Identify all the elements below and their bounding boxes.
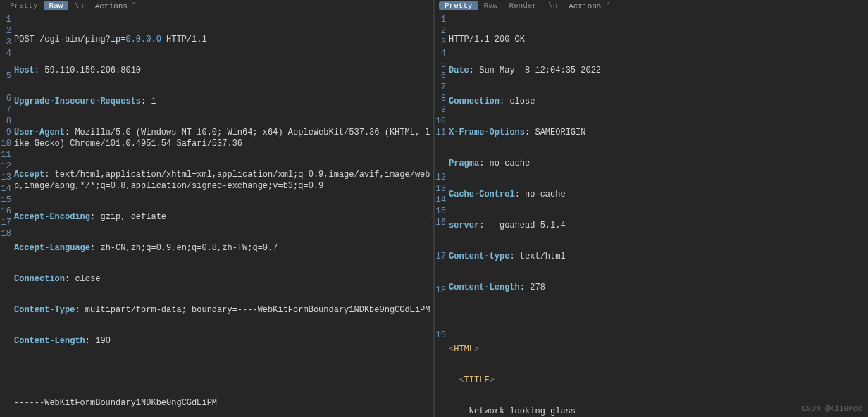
request-tabs: Pretty Raw \n Actions (0, 0, 433, 11)
tab-actions[interactable]: Actions (563, 1, 616, 11)
response-lines[interactable]: HTTP/1.1 200 OK Date: Sun May 8 12:04:35… (447, 11, 868, 417)
response-code[interactable]: 12345678910111213141516171819 HTTP/1.1 2… (435, 11, 868, 417)
request-gutter: 123456789101112131415161718 (0, 11, 13, 417)
tab-actions[interactable]: Actions (89, 1, 142, 11)
tab-render[interactable]: Render (503, 1, 542, 10)
tab-raw[interactable]: Raw (44, 1, 69, 10)
response-gutter: 12345678910111213141516171819 (435, 11, 447, 417)
splitter-handle[interactable]: ⋮ (430, 11, 433, 417)
request-panel: Pretty Raw \n Actions 123456789101112131… (0, 0, 435, 417)
request-code[interactable]: 123456789101112131415161718 POST /cgi-bi… (0, 11, 433, 417)
response-tabs: Pretty Raw Render \n Actions (435, 0, 868, 11)
tab-slashn[interactable]: \n (542, 1, 563, 10)
tab-raw[interactable]: Raw (478, 1, 504, 10)
tab-pretty[interactable]: Pretty (439, 1, 478, 10)
request-lines[interactable]: POST /cgi-bin/ping?ip=0.0.0.0 HTTP/1.1 H… (13, 11, 433, 417)
tab-pretty[interactable]: Pretty (4, 1, 44, 10)
response-panel: Pretty Raw Render \n Actions 12345678910… (435, 0, 868, 417)
tab-slashn[interactable]: \n (68, 1, 89, 10)
